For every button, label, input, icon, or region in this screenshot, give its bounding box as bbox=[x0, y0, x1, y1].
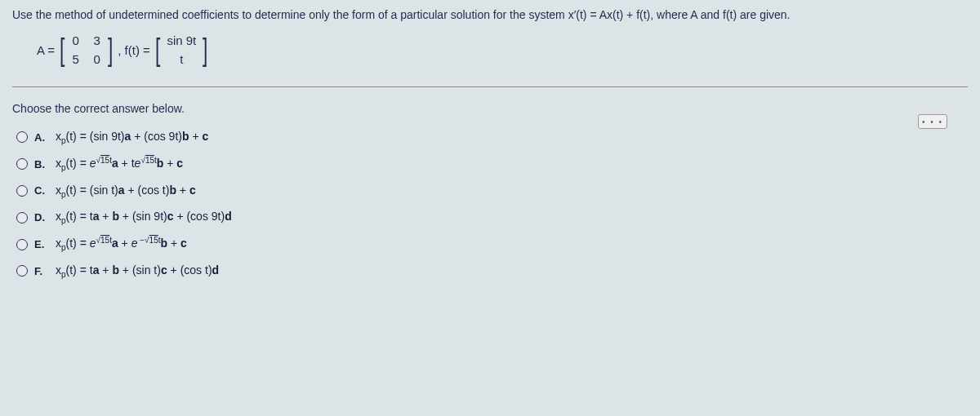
radio-icon[interactable] bbox=[16, 212, 28, 223]
option-formula: xp(t) = ta + b + (sin 9t)c + (cos 9t)d bbox=[56, 210, 232, 225]
matrix-cell: 5 bbox=[70, 52, 82, 66]
vector-entry: t bbox=[167, 52, 196, 66]
option-label: B. bbox=[34, 158, 49, 170]
option-c[interactable]: C. xp(t) = (sin t)a + (cos t)b + c bbox=[16, 184, 968, 199]
radio-icon[interactable] bbox=[16, 158, 28, 170]
option-formula: xp(t) = e√15ta + e −√15tb + c bbox=[56, 237, 187, 252]
f-label: , f(t) = bbox=[118, 43, 150, 57]
option-b[interactable]: B. xp(t) = e√15ta + te√15tb + c bbox=[16, 157, 968, 172]
matrix-cell: 3 bbox=[91, 33, 103, 47]
option-label: E. bbox=[34, 238, 49, 250]
vector-entry: sin 9t bbox=[167, 33, 196, 47]
matrix-A: [ 0 3 5 0 ] bbox=[58, 33, 114, 66]
option-label: A. bbox=[34, 131, 49, 144]
A-label: A = bbox=[37, 43, 55, 57]
radio-icon[interactable] bbox=[16, 265, 28, 277]
option-formula: xp(t) = ta + b + (sin t)c + (cos t)d bbox=[56, 263, 219, 279]
options-list: A. xp(t) = (sin 9t)a + (cos 9t)b + c B. … bbox=[16, 130, 968, 279]
answer-prompt: Choose the correct answer below. bbox=[12, 102, 968, 115]
matrix-cell: 0 bbox=[91, 52, 103, 66]
option-label: F. bbox=[34, 265, 49, 277]
right-bracket-icon: ] bbox=[108, 38, 113, 62]
matrix-equation: A = [ 0 3 5 0 ] , f(t) = [ sin 9t t ] bbox=[37, 33, 968, 66]
option-a[interactable]: A. xp(t) = (sin 9t)a + (cos 9t)b + c bbox=[16, 130, 968, 145]
right-bracket-icon: ] bbox=[203, 38, 207, 62]
option-formula: xp(t) = e√15ta + te√15tb + c bbox=[56, 157, 183, 172]
divider bbox=[12, 86, 968, 87]
option-formula: xp(t) = (sin 9t)a + (cos 9t)b + c bbox=[56, 130, 208, 145]
option-formula: xp(t) = (sin t)a + (cos t)b + c bbox=[56, 184, 196, 199]
radio-icon[interactable] bbox=[16, 185, 28, 197]
option-d[interactable]: D. xp(t) = ta + b + (sin 9t)c + (cos 9t)… bbox=[16, 210, 968, 225]
left-bracket-icon: [ bbox=[155, 38, 160, 62]
option-label: C. bbox=[34, 184, 49, 197]
option-e[interactable]: E. xp(t) = e√15ta + e −√15tb + c bbox=[16, 237, 968, 252]
matrix-cell: 0 bbox=[70, 33, 82, 47]
radio-icon[interactable] bbox=[16, 239, 28, 250]
question-text: Use the method of undetermined coefficie… bbox=[12, 8, 968, 21]
more-options-button[interactable]: • • • bbox=[918, 114, 947, 129]
option-f[interactable]: F. xp(t) = ta + b + (sin t)c + (cos t)d bbox=[16, 263, 968, 279]
left-bracket-icon: [ bbox=[60, 38, 65, 62]
option-label: D. bbox=[34, 211, 49, 223]
radio-icon[interactable] bbox=[16, 131, 28, 143]
vector-f: [ sin 9t t ] bbox=[154, 33, 210, 66]
